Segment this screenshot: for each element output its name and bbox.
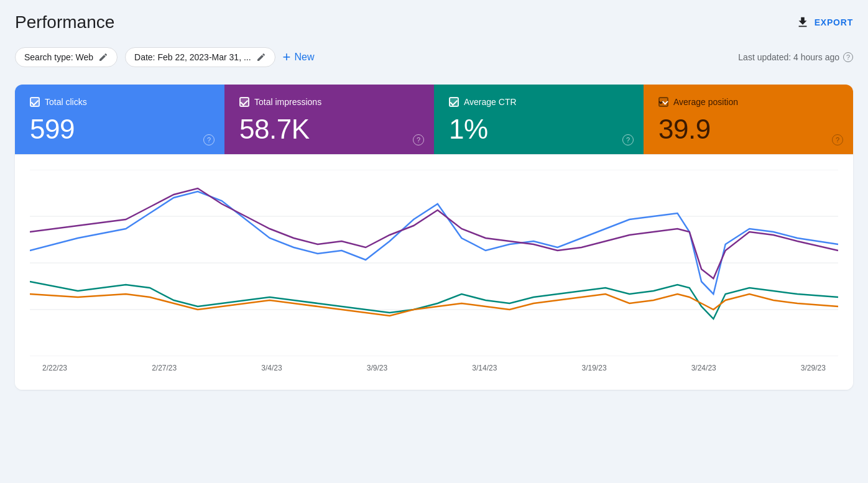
impressions-label: Total impressions: [254, 97, 321, 107]
position-checkbox: [658, 97, 668, 107]
metric-tile-ctr[interactable]: Average CTR 1% ?: [434, 85, 644, 154]
x-axis-labels: 2/22/23 2/27/23 3/4/23 3/9/23 3/14/23 3/…: [30, 359, 838, 380]
page-header: Performance EXPORT: [15, 12, 853, 32]
metrics-row: Total clicks 599 ? Total impressions 58.…: [15, 85, 853, 154]
new-button[interactable]: + New: [283, 50, 315, 64]
x-label-2: 3/4/23: [261, 364, 282, 372]
position-label: Average position: [673, 97, 738, 107]
search-type-label: Search type: Web: [24, 52, 93, 62]
last-updated: Last updated: 4 hours ago ?: [738, 52, 853, 62]
edit-date-icon: [256, 52, 266, 62]
position-value: 39.9: [658, 114, 838, 144]
new-label: New: [294, 52, 314, 63]
page-title: Performance: [15, 12, 114, 32]
impressions-line: [30, 188, 838, 278]
x-label-3: 3/9/23: [367, 364, 387, 372]
clicks-help-icon[interactable]: ?: [203, 134, 215, 145]
ctr-line: [30, 282, 838, 319]
ctr-help-icon[interactable]: ?: [622, 134, 634, 145]
main-card: Total clicks 599 ? Total impressions 58.…: [15, 85, 853, 390]
x-label-7: 3/29/23: [801, 364, 826, 372]
x-label-5: 3/19/23: [582, 364, 607, 372]
date-label: Date: Feb 22, 2023-Mar 31, ...: [134, 52, 251, 62]
metric-tile-impressions[interactable]: Total impressions 58.7K ?: [224, 85, 434, 154]
clicks-checkbox: [30, 97, 40, 107]
export-icon: [796, 16, 810, 29]
clicks-value: 599: [30, 114, 210, 144]
export-button[interactable]: EXPORT: [796, 16, 853, 29]
plus-icon: +: [283, 50, 291, 64]
chart-area: 2/22/23 2/27/23 3/4/23 3/9/23 3/14/23 3/…: [15, 155, 853, 390]
performance-chart: [30, 170, 838, 356]
impressions-checkbox: [239, 97, 249, 107]
x-label-1: 2/27/23: [152, 364, 177, 372]
clicks-label: Total clicks: [45, 97, 87, 107]
metric-tile-clicks[interactable]: Total clicks 599 ?: [15, 85, 224, 154]
ctr-checkbox: [449, 97, 459, 107]
impressions-value: 58.7K: [239, 114, 419, 144]
x-label-4: 3/14/23: [472, 364, 497, 372]
x-label-6: 3/24/23: [691, 364, 716, 372]
date-filter[interactable]: Date: Feb 22, 2023-Mar 31, ...: [125, 47, 275, 67]
filters-row: Search type: Web Date: Feb 22, 2023-Mar …: [15, 47, 853, 67]
x-label-0: 2/22/23: [42, 364, 67, 372]
position-help-icon[interactable]: ?: [832, 134, 843, 145]
ctr-label: Average CTR: [464, 97, 517, 107]
ctr-value: 1%: [449, 114, 629, 144]
metric-tile-position[interactable]: Average position 39.9 ?: [644, 85, 853, 154]
edit-icon: [98, 52, 108, 62]
search-type-filter[interactable]: Search type: Web: [15, 47, 118, 67]
last-updated-help-icon[interactable]: ?: [843, 52, 853, 62]
impressions-help-icon[interactable]: ?: [413, 134, 424, 145]
